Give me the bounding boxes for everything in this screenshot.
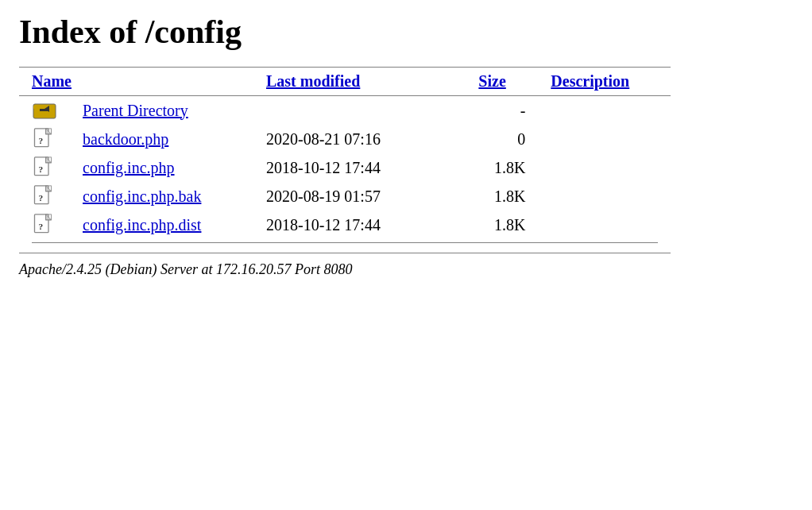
col-size-link[interactable]: Size bbox=[478, 72, 505, 90]
footer-text: Apache/2.4.25 (Debian) Server at 172.16.… bbox=[19, 261, 793, 278]
file-link[interactable]: config.inc.php bbox=[83, 159, 175, 176]
directory-listing: Name Last modified Size Description Pare… bbox=[19, 67, 671, 246]
entry-name: config.inc.php bbox=[70, 153, 253, 182]
table-row: Parent Directory - bbox=[19, 96, 671, 126]
entry-desc bbox=[538, 211, 671, 239]
entry-name: backdoor.php bbox=[70, 125, 253, 153]
entry-name: config.inc.php.bak bbox=[70, 182, 253, 211]
page-title: Index of /config bbox=[19, 13, 793, 51]
file-link[interactable]: backdoor.php bbox=[83, 130, 168, 148]
entry-size: 1.8K bbox=[466, 211, 538, 239]
table-row: ? config.inc.php.bak 2020-08-19 01:57 1.… bbox=[19, 182, 671, 211]
file-icon-cell: ? bbox=[19, 211, 70, 239]
table-row: ? config.inc.php 2018-10-12 17:44 1.8K bbox=[19, 153, 671, 182]
svg-text:?: ? bbox=[39, 136, 44, 145]
file-icon-cell: ? bbox=[19, 153, 70, 182]
file-icon-cell: ? bbox=[19, 125, 70, 153]
table-row: ? backdoor.php 2020-08-21 07:16 0 bbox=[19, 125, 671, 153]
entry-desc bbox=[538, 153, 671, 182]
svg-text:?: ? bbox=[39, 193, 44, 203]
col-modified-link[interactable]: Last modified bbox=[266, 72, 360, 90]
entry-modified: 2020-08-19 01:57 bbox=[253, 182, 466, 211]
entry-modified bbox=[253, 96, 466, 126]
entry-modified: 2020-08-21 07:16 bbox=[253, 125, 466, 153]
entry-modified: 2018-10-12 17:44 bbox=[253, 153, 466, 182]
entry-desc bbox=[538, 96, 671, 126]
svg-rect-1 bbox=[33, 106, 44, 109]
svg-text:?: ? bbox=[39, 164, 44, 174]
svg-rect-3 bbox=[40, 109, 49, 111]
file-link[interactable]: config.inc.php.dist bbox=[83, 216, 201, 234]
entry-modified: 2018-10-12 17:44 bbox=[253, 211, 466, 239]
entry-name: Parent Directory bbox=[70, 96, 253, 126]
separator-row bbox=[19, 239, 671, 246]
footer-rule bbox=[19, 253, 671, 253]
file-link[interactable]: config.inc.php.bak bbox=[83, 187, 201, 205]
parent-dir-icon bbox=[19, 96, 70, 126]
entry-size: - bbox=[466, 96, 538, 126]
entry-size: 1.8K bbox=[466, 182, 538, 211]
entry-size: 0 bbox=[466, 125, 538, 153]
svg-text:?: ? bbox=[39, 222, 44, 231]
entry-desc bbox=[538, 182, 671, 211]
entry-size: 1.8K bbox=[466, 153, 538, 182]
parent-dir-link[interactable]: Parent Directory bbox=[83, 102, 188, 119]
entry-desc bbox=[538, 125, 671, 153]
col-desc-link[interactable]: Description bbox=[551, 72, 629, 90]
col-name-link[interactable]: Name bbox=[32, 72, 72, 90]
file-icon-cell: ? bbox=[19, 182, 70, 211]
table-row: ? config.inc.php.dist 2018-10-12 17:44 1… bbox=[19, 211, 671, 239]
entry-name: config.inc.php.dist bbox=[70, 211, 253, 239]
